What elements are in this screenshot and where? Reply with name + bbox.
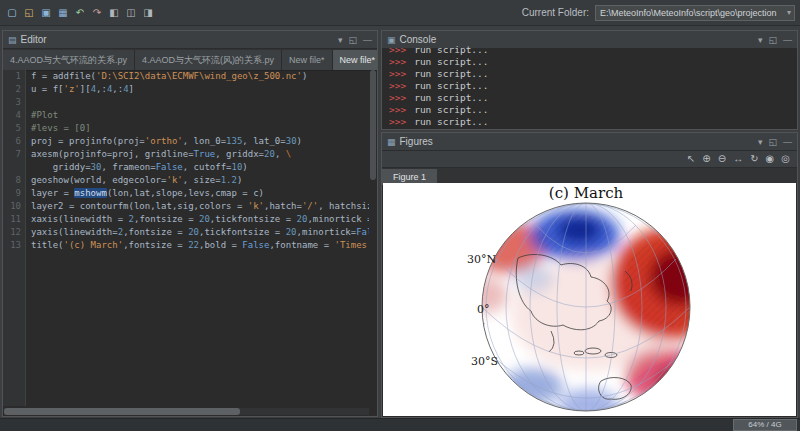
console-output[interactable]: >>>run script...>>>run script...>>>run s… — [382, 44, 797, 129]
redo-icon[interactable]: ↷ — [90, 6, 104, 20]
copy-icon[interactable]: ◫ — [124, 6, 138, 20]
menu-down-icon[interactable]: ▾ — [758, 137, 763, 147]
globe-plot: (c) March — [383, 183, 796, 416]
editor-header: ▤ Editor ▾◱— — [3, 31, 377, 49]
line-number — [3, 161, 25, 174]
current-folder-label: Current Folder: — [522, 7, 589, 18]
line-number: 1 — [3, 70, 25, 83]
figure-title: (c) March — [549, 184, 624, 202]
pan-icon[interactable]: ↔ — [733, 153, 743, 165]
console-panel: ▣ Console ▾◱— >>>run script...>>>run scr… — [381, 30, 798, 130]
line-number: 7 — [3, 148, 25, 161]
memory-usage-indicator: 64% / 4G — [733, 419, 797, 431]
editor-tab[interactable]: 4.AAOD与大气环流(风)的关系.py — [135, 50, 282, 70]
editor-tab[interactable]: 4.AAOD与大气环流的关系.py — [3, 50, 135, 70]
editor-panel: ▤ Editor ▾◱— 4.AAOD与大气环流的关系.py4.AAOD与大气环… — [2, 30, 378, 417]
lat-label-30n: 30°N — [467, 253, 496, 266]
scrollbar-thumb[interactable] — [370, 70, 376, 180]
cut-icon[interactable]: ◧ — [107, 6, 121, 20]
current-folder-combobox[interactable]: E:\MeteoInfo\MeteoInfo\script\geo\projec… — [595, 5, 795, 21]
editor-window-buttons: ▾◱— — [338, 35, 372, 45]
figures-header: ▦ Figures ▾◱— — [382, 133, 797, 151]
new-file-icon[interactable]: ▢ — [5, 6, 19, 20]
console-window-buttons: ▾◱— — [758, 35, 792, 45]
select-icon[interactable]: ↖ — [687, 153, 695, 165]
line-number: 4 — [3, 109, 25, 122]
current-folder-value: E:\MeteoInfo\MeteoInfo\script\geo\projec… — [600, 8, 787, 18]
editor-vertical-scrollbar[interactable] — [370, 70, 376, 406]
save-icon[interactable]: ▣ — [39, 6, 53, 20]
editor-tab[interactable]: New file* — [333, 50, 377, 70]
console-line: >>>run script... — [389, 56, 790, 68]
editor-panel-title: Editor — [21, 34, 47, 45]
console-line: >>>run script... — [389, 116, 790, 128]
line-number: 3 — [3, 96, 25, 109]
minimize-icon[interactable]: — — [783, 35, 792, 45]
chevron-down-icon[interactable]: ▾ — [787, 9, 791, 17]
zoom-in-icon[interactable]: ⊕ — [702, 153, 710, 165]
console-line: >>>run script... — [389, 68, 790, 80]
line-number: 13 — [3, 239, 25, 252]
console-line: >>>run script... — [389, 80, 790, 92]
scrollbar-thumb[interactable] — [4, 408, 240, 415]
current-folder-group: Current Folder: E:\MeteoInfo\MeteoInfo\s… — [522, 5, 795, 21]
float-icon[interactable]: ◱ — [768, 35, 777, 45]
identify-icon[interactable]: ◎ — [781, 153, 790, 165]
figures-toolbar: ↖⊕⊖↔↻◉◎ — [382, 151, 797, 168]
code-editor[interactable]: 1f = addfile('D:\SCI2\data\ECMWF\wind_ge… — [3, 70, 369, 406]
figures-panel: ▦ Figures ▾◱— ↖⊕⊖↔↻◉◎ Figure 1 (c) March — [381, 132, 798, 418]
titlebar: ▢◱▣▦↶↷◧◫◨ Current Folder: E:\MeteoInfo\M… — [0, 0, 800, 26]
undo-icon[interactable]: ↶ — [73, 6, 87, 20]
editor-horizontal-scrollbar[interactable] — [4, 408, 369, 415]
line-number: 5 — [3, 122, 25, 135]
console-line: >>>run script... — [389, 92, 790, 104]
full-extent-icon[interactable]: ◉ — [766, 153, 775, 165]
console-line: >>>run script... — [389, 44, 790, 56]
line-number: 11 — [3, 213, 25, 226]
lat-label-0: 0° — [477, 303, 490, 316]
statusbar: 64% / 4G — [0, 418, 800, 431]
line-number: 8 — [3, 174, 25, 187]
minimize-icon[interactable]: — — [363, 35, 372, 45]
figures-window-buttons: ▾◱— — [758, 137, 792, 147]
main-toolbar: ▢◱▣▦↶↷◧◫◨ — [5, 6, 155, 20]
line-number: 10 — [3, 200, 25, 213]
figures-panel-title: Figures — [400, 136, 433, 147]
menu-down-icon[interactable]: ▾ — [338, 35, 343, 45]
float-icon[interactable]: ◱ — [768, 137, 777, 147]
figure-canvas[interactable]: (c) March — [383, 183, 796, 416]
editor-icon: ▤ — [8, 35, 17, 45]
console-line: >>>run script... — [389, 104, 790, 116]
menu-down-icon[interactable]: ▾ — [758, 35, 763, 45]
paste-icon[interactable]: ◨ — [141, 6, 155, 20]
console-icon: ▣ — [387, 35, 396, 45]
line-number: 9 — [3, 187, 25, 200]
lat-label-30s: 30°S — [471, 355, 498, 368]
zoom-out-icon[interactable]: ⊖ — [718, 153, 726, 165]
line-number: 2 — [3, 83, 25, 96]
save-all-icon[interactable]: ▦ — [56, 6, 70, 20]
minimize-icon[interactable]: — — [783, 137, 792, 147]
editor-tab[interactable]: New file* — [282, 50, 333, 70]
rotate-icon[interactable]: ↻ — [750, 153, 758, 165]
open-file-icon[interactable]: ◱ — [22, 6, 36, 20]
figures-icon: ▦ — [387, 137, 396, 147]
line-number: 6 — [3, 135, 25, 148]
float-icon[interactable]: ◱ — [348, 35, 357, 45]
line-number: 12 — [3, 226, 25, 239]
editor-tabstrip: 4.AAOD与大气环流的关系.py4.AAOD与大气环流(风)的关系.pyNew… — [3, 49, 377, 71]
